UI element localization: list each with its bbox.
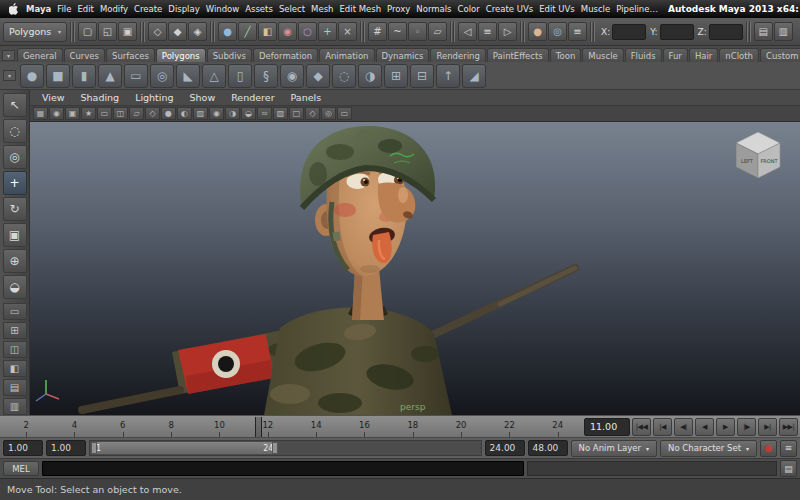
- separate-icon[interactable]: ⊟: [410, 64, 434, 88]
- shelf-tab[interactable]: Hair: [689, 48, 718, 63]
- toolbar-collapser[interactable]: [520, 22, 525, 42]
- step-back-frame-button[interactable]: |◀: [653, 418, 672, 436]
- shelf-tab[interactable]: Toon: [550, 48, 582, 63]
- playback-end-field[interactable]: 24.00: [485, 440, 525, 456]
- toolbar-collapser[interactable]: [450, 22, 455, 42]
- poly-cone-icon[interactable]: ▲: [98, 64, 122, 88]
- timeline-frame-label[interactable]: 16: [340, 417, 388, 437]
- go-to-start-button[interactable]: |◀◀: [632, 418, 651, 436]
- step-forward-key-button[interactable]: |▶: [737, 418, 756, 436]
- menu-set-selector[interactable]: Polygons ▾: [3, 22, 67, 42]
- soldier-model[interactable]: [82, 126, 575, 415]
- play-backwards-button[interactable]: ◀: [695, 418, 714, 436]
- 2d-pan-zoom-icon[interactable]: ◫: [113, 107, 128, 120]
- shelf-tab[interactable]: Muscle: [582, 48, 623, 63]
- outputs-icon[interactable]: ▷: [498, 22, 517, 41]
- playback-range-bar[interactable]: 1 24: [91, 442, 278, 454]
- shelf-tab[interactable]: Curves: [64, 48, 106, 63]
- construction-history-icon[interactable]: ≡: [478, 22, 497, 41]
- shelf-tab[interactable]: Polygons: [156, 48, 206, 63]
- inputs-icon[interactable]: ◁: [458, 22, 477, 41]
- play-forwards-button[interactable]: ▶: [716, 418, 735, 436]
- motion-blur-icon[interactable]: ≈: [257, 107, 272, 120]
- perspective-viewport[interactable]: persp LEFT FRONT: [30, 122, 800, 415]
- poly-plane-icon[interactable]: ▭: [124, 64, 148, 88]
- playback-start-field[interactable]: 1.00: [46, 440, 86, 456]
- go-to-end-button[interactable]: ▶▶|: [779, 418, 798, 436]
- mask-misc-icon[interactable]: ×: [338, 22, 357, 41]
- shelf-tab[interactable]: Dynamics: [376, 48, 430, 63]
- mac-menu-item[interactable]: Pipeline…: [613, 0, 661, 18]
- mac-menu-item[interactable]: Assets: [242, 0, 276, 18]
- mac-menu-item[interactable]: Modify: [97, 0, 131, 18]
- poly-prism-icon[interactable]: ◣: [176, 64, 200, 88]
- animation-start-field[interactable]: 1.00: [3, 440, 43, 456]
- poly-helix-icon[interactable]: §: [254, 64, 278, 88]
- layout-graph-editor[interactable]: ▤: [3, 379, 27, 396]
- xray-icon[interactable]: □: [289, 107, 304, 120]
- mask-surfaces-icon[interactable]: ◧: [258, 22, 277, 41]
- mask-handles-icon[interactable]: +: [318, 22, 337, 41]
- bookmark-icon[interactable]: ★: [81, 107, 96, 120]
- poly-cylinder-icon[interactable]: ▮: [72, 64, 96, 88]
- shelf-tab[interactable]: nCloth: [719, 48, 759, 63]
- poly-platonic-icon[interactable]: ◆: [306, 64, 330, 88]
- mel-toggle-button[interactable]: MEL: [3, 461, 39, 476]
- grease-pencil-icon[interactable]: ▱: [129, 107, 144, 120]
- lock-camera-icon[interactable]: ◉: [49, 107, 64, 120]
- save-scene-icon[interactable]: ▣: [118, 22, 137, 41]
- mac-menu-item[interactable]: Normals: [413, 0, 454, 18]
- shelf-tab[interactable]: Subdivs: [207, 48, 252, 63]
- range-slider-track[interactable]: 1 24: [89, 440, 482, 456]
- timeline-frame-label[interactable]: 2: [2, 417, 50, 437]
- mac-menu-item[interactable]: Display: [165, 0, 202, 18]
- mac-menu-item[interactable]: File: [54, 0, 74, 18]
- timeline-frame-label[interactable]: 22: [485, 417, 533, 437]
- paint-select-tool[interactable]: ◎: [3, 145, 27, 169]
- universal-manipulator-tool[interactable]: ⊕: [3, 249, 27, 273]
- auto-keyframe-icon[interactable]: ●: [760, 440, 777, 457]
- transform-input[interactable]: [660, 24, 694, 40]
- mac-menu-item[interactable]: Mesh: [308, 0, 336, 18]
- timeline-frame-label[interactable]: 20: [437, 417, 485, 437]
- xray-joints-icon[interactable]: ◇: [305, 107, 320, 120]
- shelf-tab[interactable]: Fur: [663, 48, 688, 63]
- rotate-tool[interactable]: ↻: [3, 197, 27, 221]
- shelf-tab[interactable]: Deformation: [253, 48, 318, 63]
- toolbar-collapser[interactable]: [140, 22, 145, 42]
- current-time-marker[interactable]: [255, 417, 262, 437]
- mask-joints-icon[interactable]: ○: [298, 22, 317, 41]
- command-input[interactable]: [42, 461, 524, 476]
- character-set-button[interactable]: No Character Set ▾: [660, 440, 757, 457]
- select-tool[interactable]: ↖: [3, 93, 27, 117]
- smooth-shade-icon[interactable]: ●: [161, 107, 176, 120]
- transform-input[interactable]: [709, 24, 743, 40]
- wireframe-icon[interactable]: ◇: [145, 107, 160, 120]
- poly-sphere-icon[interactable]: ●: [20, 64, 44, 88]
- shelf-tab[interactable]: Rendering: [430, 48, 485, 63]
- step-back-key-button[interactable]: ◀|: [674, 418, 693, 436]
- poly-count-icon[interactable]: ▤: [754, 22, 773, 41]
- layout-persp-outliner[interactable]: ◫: [3, 341, 27, 358]
- mac-menu-item[interactable]: Muscle: [578, 0, 613, 18]
- shelf-menu-icon[interactable]: ▾: [3, 70, 16, 81]
- select-object-icon[interactable]: ◆: [168, 22, 187, 41]
- snap-to-grid-icon[interactable]: #: [368, 22, 387, 41]
- snap-to-point-icon[interactable]: ◦: [408, 22, 427, 41]
- select-camera-icon[interactable]: ▦: [33, 107, 48, 120]
- layout-hypershade[interactable]: ◧: [3, 360, 27, 377]
- toolbar-collapser[interactable]: [590, 22, 595, 42]
- shelf-tab[interactable]: General: [17, 48, 63, 63]
- occlusion-icon[interactable]: ◒: [241, 107, 256, 120]
- current-frame-field[interactable]: 11.00: [584, 418, 630, 436]
- timeline-frame-label[interactable]: 4: [50, 417, 98, 437]
- panel-menu-item[interactable]: Show: [182, 90, 224, 106]
- smooth-icon[interactable]: ◌: [332, 64, 356, 88]
- mac-menu-item[interactable]: Create: [131, 0, 165, 18]
- poly-cube-icon[interactable]: ■: [46, 64, 70, 88]
- select-component-icon[interactable]: ◈: [188, 22, 207, 41]
- snap-to-curve-icon[interactable]: ~: [388, 22, 407, 41]
- timeline-frame-label[interactable]: 14: [292, 417, 340, 437]
- apple-logo-icon[interactable]: [6, 3, 21, 15]
- mac-menu-item[interactable]: Color: [455, 0, 483, 18]
